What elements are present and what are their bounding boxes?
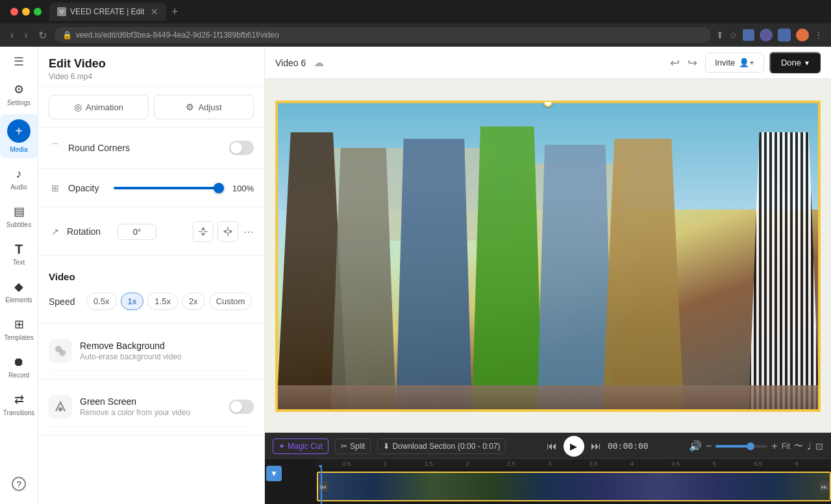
address-bar[interactable]: 🔒 veed.io/edit/d6bf3bea-8449-4ea2-9d26-1… [55, 27, 711, 43]
tab-close-button[interactable]: ✕ [151, 6, 158, 17]
adjust-tab-label: Adjust [198, 102, 221, 112]
undo-button[interactable]: ↩ [670, 56, 680, 70]
rotation-more-button[interactable]: ⋯ [243, 226, 254, 238]
elements-label: Elements [5, 296, 32, 304]
sidebar-item-text[interactable]: T Text [0, 236, 38, 271]
sidebar: ☰ ⚙ Settings + Media ♪ Audio ▤ Subtitles… [0, 47, 38, 504]
rotation-section: ↗ Rotation ⋯ [38, 208, 264, 256]
ruler-2.5: 2.5 [507, 461, 515, 467]
round-corners-toggle[interactable] [229, 141, 254, 155]
video-section-label: Video [49, 263, 254, 287]
minimize-dot[interactable] [22, 8, 30, 16]
refresh-button[interactable]: ↻ [36, 27, 49, 44]
zoom-controls: 🔊 − + Fit 〜 ♩ ⊡ [689, 440, 823, 452]
zoom-thumb[interactable] [747, 442, 754, 450]
user-avatar[interactable] [796, 29, 809, 42]
transport-controls: ⏮ ▶ ⏭ 00:00:00 [547, 436, 649, 457]
elements-icon: ◆ [11, 279, 27, 294]
text-icon: T [11, 241, 27, 257]
close-dot[interactable] [10, 8, 18, 16]
svg-point-2 [58, 407, 62, 411]
video-section: Video Speed 0.5x 1x 1.5x 2x Custom [38, 256, 264, 324]
download-section-button[interactable]: ⬇ Download Section (0:00 - 0:07) [377, 438, 506, 454]
sidebar-item-help[interactable]: ? [0, 472, 38, 496]
zoom-out-button[interactable]: − [706, 440, 712, 452]
forward-button[interactable]: › [21, 27, 30, 43]
speed-row: Speed 0.5x 1x 1.5x 2x Custom [49, 287, 254, 315]
adjust-tab[interactable]: ⚙ Adjust [154, 95, 254, 119]
filter-button[interactable]: ▼ [266, 466, 282, 481]
download-label: Download Section [392, 442, 455, 451]
sidebar-item-elements[interactable]: ◆ Elements [0, 274, 38, 309]
green-screen-toggle-wrap [229, 400, 254, 414]
edit-title: Edit Video [49, 57, 254, 71]
speed-1.5x[interactable]: 1.5x [147, 293, 178, 310]
remove-bg-subtitle: Auto-erase background video [80, 352, 254, 361]
zoom-in-button[interactable]: + [771, 440, 777, 452]
main-area: Video 6 ☁ ↩ ↪ Invite 👤+ Done ▾ [265, 47, 831, 504]
fast-forward-button[interactable]: ⏭ [591, 440, 601, 452]
animation-tab[interactable]: ◎ Animation [49, 95, 149, 119]
bookmark-icon[interactable]: ☆ [729, 30, 738, 40]
invite-button[interactable]: Invite 👤+ [705, 53, 764, 73]
green-screen-section: Green Screen Remove a color from your vi… [38, 379, 264, 435]
rewind-button[interactable]: ⏮ [547, 440, 557, 452]
split-button[interactable]: ✂ Split [335, 438, 371, 454]
rotation-input[interactable] [118, 224, 156, 240]
active-tab[interactable]: V VEED CREATE | Edit ✕ [49, 3, 166, 21]
ruler-5.5: 5.5 [754, 461, 762, 467]
speed-options: 0.5x 1x 1.5x 2x Custom [86, 293, 252, 310]
track-thumbnails[interactable] [317, 472, 831, 501]
green-screen-title: Green Screen [80, 396, 221, 407]
sidebar-item-templates[interactable]: ⊞ Templates [0, 311, 38, 346]
playhead [321, 468, 322, 504]
speed-custom[interactable]: Custom [209, 293, 253, 310]
settings-icon: ⚙ [11, 82, 27, 97]
green-screen-knob [230, 401, 242, 413]
flip-horizontal-button[interactable] [193, 221, 214, 242]
back-button[interactable]: ‹ [8, 27, 16, 43]
play-button[interactable]: ▶ [564, 436, 584, 457]
timeline-extra-1[interactable]: ♩ [807, 441, 812, 451]
video-frame [275, 101, 821, 412]
done-label: Done [781, 58, 801, 67]
timeline-toolbar: ✦ Magic Cut ✂ Split ⬇ Download Section (… [265, 433, 831, 459]
rotation-label: Rotation [67, 226, 112, 237]
zoom-slider[interactable] [715, 445, 767, 448]
extension-icon[interactable] [760, 29, 773, 42]
sidebar-item-record[interactable]: ⏺ Record [0, 349, 38, 384]
done-button[interactable]: Done ▾ [769, 52, 821, 73]
waveform-icon[interactable]: 〜 [794, 440, 803, 452]
green-screen-toggle[interactable] [229, 400, 254, 414]
maximize-dot[interactable] [34, 8, 42, 16]
speed-2x[interactable]: 2x [182, 293, 205, 310]
green-screen-icon [49, 395, 72, 418]
flip-vertical-button[interactable] [217, 221, 238, 242]
timeline-area: ✦ Magic Cut ✂ Split ⬇ Download Section (… [265, 433, 831, 504]
sidebar-item-subtitles[interactable]: ▤ Subtitles [0, 198, 38, 234]
sidebar-item-media[interactable]: + Media [0, 114, 38, 158]
sidebar-item-settings[interactable]: ⚙ Settings [0, 77, 38, 112]
veed-extension[interactable] [743, 29, 754, 41]
round-corners-label: Round Corners [68, 143, 223, 153]
magic-cut-button[interactable]: ✦ Magic Cut [273, 438, 329, 454]
timeline-track: ▼ 0.5 1 1.5 2 2.5 3 3.5 4 4.5 5 5.5 6 [265, 459, 831, 504]
fit-button[interactable]: Fit [782, 442, 790, 451]
opacity-slider[interactable] [114, 187, 223, 189]
adjust-icon: ⚙ [186, 102, 194, 112]
speed-0.5x[interactable]: 0.5x [86, 293, 117, 310]
sidebar-item-transitions[interactable]: ⇄ Transitions [0, 387, 38, 422]
timeline-extra-2[interactable]: ⊡ [815, 441, 823, 451]
volume-icon[interactable]: 🔊 [689, 440, 702, 452]
redo-button[interactable]: ↪ [688, 56, 697, 70]
speed-1x[interactable]: 1x [121, 293, 144, 310]
subtitles-label: Subtitles [6, 221, 31, 228]
share-icon[interactable]: ⬆ [716, 30, 724, 40]
new-tab-button[interactable]: + [171, 5, 179, 19]
extension-2-icon[interactable] [778, 29, 791, 42]
sidebar-item-audio[interactable]: ♪ Audio [0, 161, 38, 196]
menu-icon[interactable]: ⋮ [814, 30, 823, 40]
ruler-6: 6 [795, 461, 799, 467]
slider-thumb[interactable] [214, 183, 224, 193]
hamburger-menu[interactable]: ☰ [14, 54, 24, 69]
